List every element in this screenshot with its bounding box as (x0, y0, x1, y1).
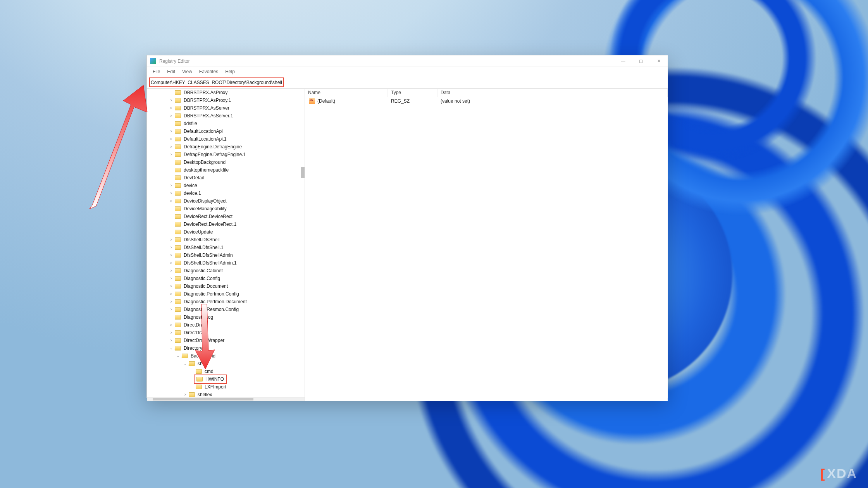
tree-node-devicerect-devicerect-1[interactable]: DeviceRect.DeviceRect.1 (151, 220, 305, 228)
tree-node-diagnostic-config[interactable]: >Diagnostic.Config (151, 275, 305, 282)
tree-node-defragengine-defragengine-1[interactable]: >DefragEngine.DefragEngine.1 (151, 151, 305, 158)
folder-icon (175, 261, 181, 265)
expand-toggle[interactable]: > (169, 331, 174, 335)
expand-toggle[interactable]: ⌄ (169, 346, 174, 350)
expand-toggle[interactable]: > (169, 284, 174, 288)
tree-node-dbrstprx-asproxy-1[interactable]: >DBRSTPRX.AsProxy.1 (151, 96, 305, 104)
tree-scrollbar-thumb[interactable] (301, 167, 305, 178)
col-data[interactable]: Data (437, 89, 668, 97)
expand-toggle[interactable]: > (169, 199, 174, 203)
expand-toggle[interactable]: > (169, 292, 174, 296)
expand-toggle[interactable]: > (169, 253, 174, 257)
expand-toggle[interactable]: > (169, 153, 174, 156)
tree-node-diagnostic-resmon-config[interactable]: >Diagnostic.Resmon.Config (151, 306, 305, 313)
tree-node-lxfimport[interactable]: LXFImport (151, 383, 305, 391)
tree-node-label: Diagnostic.Perfmon.Document (183, 299, 248, 305)
tree-horizontal-scrollbar[interactable] (147, 397, 305, 401)
expand-toggle[interactable]: > (169, 246, 174, 249)
tree-node-dbrstprx-asserver[interactable]: >DBRSTPRX.AsServer (151, 104, 305, 112)
maximize-button[interactable]: ▢ (632, 55, 650, 67)
tree-node-hwinfo[interactable]: HWiNFO (151, 375, 305, 383)
tree-node-directdrawwrapper[interactable]: >DirectDrawWrapper (151, 337, 305, 344)
registry-tree[interactable]: DBRSTPRX.AsProxy>DBRSTPRX.AsProxy.1>DBRS… (147, 89, 305, 397)
tree-node-desktopbackground[interactable]: DesktopBackground (151, 158, 305, 166)
tree-node-dfsshell-dfsshell[interactable]: >DfsShell.DfsShell (151, 236, 305, 244)
tree-node-label: Directory (183, 345, 203, 351)
tree-node-device[interactable]: >device (151, 182, 305, 189)
tree-node-desktopthemepackfile[interactable]: desktopthemepackfile (151, 166, 305, 174)
tree-node-devicemanageability[interactable]: DeviceManageability (151, 205, 305, 213)
expand-toggle[interactable]: > (169, 145, 174, 149)
expand-toggle[interactable]: > (169, 184, 174, 187)
expand-toggle[interactable]: > (169, 277, 174, 280)
value-name: (Default) (317, 98, 391, 104)
menu-help[interactable]: Help (222, 67, 238, 76)
expand-toggle[interactable]: > (169, 269, 174, 273)
col-name[interactable]: Name (305, 89, 388, 97)
value-row-default[interactable]: (Default) REG_SZ (value not set) (305, 97, 668, 105)
tree-node-device-1[interactable]: >device.1 (151, 189, 305, 197)
expand-toggle[interactable]: > (169, 238, 174, 242)
menu-view[interactable]: View (179, 67, 196, 76)
tree-node-ddsfile[interactable]: ddsfile (151, 120, 305, 127)
tree-node-dfsshell-dfsshell-1[interactable]: >DfsShell.DfsShell.1 (151, 244, 305, 251)
expand-toggle[interactable]: ⌄ (183, 362, 188, 366)
tree-node-background[interactable]: ⌄Background (151, 352, 305, 360)
tree-node-diagnosticlog[interactable]: DiagnosticLog (151, 313, 305, 321)
tree-node-defaultlocationapi[interactable]: >DefaultLocationApi (151, 127, 305, 135)
address-bar[interactable]: Computer\HKEY_CLASSES_ROOT\Directory\Bac… (151, 80, 282, 85)
expand-toggle[interactable]: > (169, 137, 174, 141)
menu-edit[interactable]: Edit (164, 67, 179, 76)
folder-icon (196, 369, 202, 374)
expand-toggle[interactable]: > (183, 393, 188, 397)
minimize-button[interactable]: — (614, 55, 632, 67)
expand-toggle[interactable]: > (169, 98, 174, 102)
tree-node-shellex[interactable]: >shellex (151, 391, 305, 397)
tree-node-dfsshell-dfsshelladmin-1[interactable]: >DfsShell.DfsShellAdmin.1 (151, 259, 305, 267)
tree-pane[interactable]: DBRSTPRX.AsProxy>DBRSTPRX.AsProxy.1>DBRS… (147, 89, 305, 401)
expand-toggle[interactable]: > (169, 323, 174, 327)
tree-node-diagnostic-cabinet[interactable]: >Diagnostic.Cabinet (151, 267, 305, 275)
tree-node-label: DesktopBackground (183, 159, 227, 165)
tree-node-directdraw[interactable]: >DirectDraw (151, 321, 305, 329)
col-type[interactable]: Type (388, 89, 437, 97)
folder-icon (175, 284, 181, 289)
expand-toggle[interactable]: ⌄ (176, 354, 181, 358)
expand-toggle[interactable]: > (169, 106, 174, 110)
expand-toggle[interactable]: > (169, 308, 174, 311)
folder-icon (175, 222, 181, 227)
expand-toggle[interactable]: > (169, 300, 174, 304)
expand-toggle[interactable]: > (169, 114, 174, 118)
tree-node-cmd[interactable]: cmd (151, 368, 305, 375)
folder-icon (175, 346, 181, 351)
tree-node-dbrstprx-asproxy[interactable]: DBRSTPRX.AsProxy (151, 89, 305, 96)
tree-node-directdraw[interactable]: >DirectDraw (151, 329, 305, 337)
folder-icon (175, 168, 181, 172)
expand-toggle[interactable]: > (169, 129, 174, 133)
tree-node-dbrstprx-asserver-1[interactable]: >DBRSTPRX.AsServer.1 (151, 112, 305, 120)
tree-node-devicedisplayobject[interactable]: >DeviceDisplayObject (151, 197, 305, 205)
tree-node-label: DfsShell.DfsShell (183, 237, 221, 243)
close-button[interactable]: ✕ (650, 55, 668, 67)
expand-toggle[interactable]: > (169, 191, 174, 195)
tree-node-shell[interactable]: ⌄shell (151, 360, 305, 368)
menu-favorites[interactable]: Favorites (196, 67, 222, 76)
values-pane[interactable]: Name Type Data (Default) REG_SZ (value n… (305, 89, 668, 401)
tree-node-dfsshell-dfsshelladmin[interactable]: >DfsShell.DfsShellAdmin (151, 251, 305, 259)
tree-node-directory[interactable]: ⌄Directory (151, 344, 305, 352)
tree-node-devdetail[interactable]: DevDetail (151, 174, 305, 182)
expand-toggle[interactable]: > (169, 339, 174, 342)
tree-node-diagnostic-perfmon-config[interactable]: >Diagnostic.Perfmon.Config (151, 290, 305, 298)
tree-node-devicerect-devicerect[interactable]: DeviceRect.DeviceRect (151, 213, 305, 220)
tree-node-diagnostic-document[interactable]: >Diagnostic.Document (151, 282, 305, 290)
folder-icon (175, 191, 181, 196)
tree-node-defaultlocationapi-1[interactable]: >DefaultLocationApi.1 (151, 135, 305, 143)
expand-toggle[interactable]: > (169, 261, 174, 265)
titlebar[interactable]: Registry Editor — ▢ ✕ (147, 55, 668, 67)
tree-node-diagnostic-perfmon-document[interactable]: >Diagnostic.Perfmon.Document (151, 298, 305, 306)
column-headers[interactable]: Name Type Data (305, 89, 668, 97)
tree-node-defragengine-defragengine[interactable]: >DefragEngine.DefragEngine (151, 143, 305, 151)
tree-node-deviceupdate[interactable]: DeviceUpdate (151, 228, 305, 236)
menu-file[interactable]: File (149, 67, 164, 76)
tree-node-label: Diagnostic.Config (183, 275, 221, 282)
